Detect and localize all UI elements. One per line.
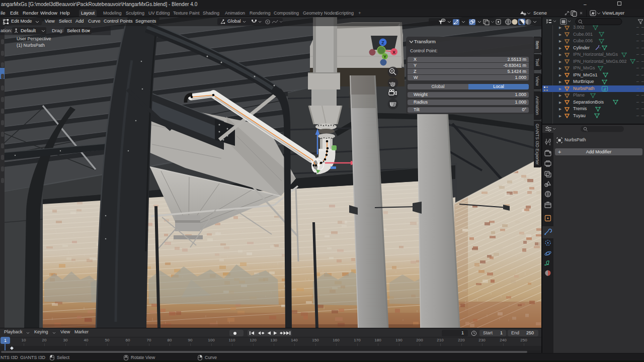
svg-text:Z: Z <box>381 40 384 45</box>
svg-text:X: X <box>392 50 395 55</box>
svg-text:Y: Y <box>383 54 386 59</box>
